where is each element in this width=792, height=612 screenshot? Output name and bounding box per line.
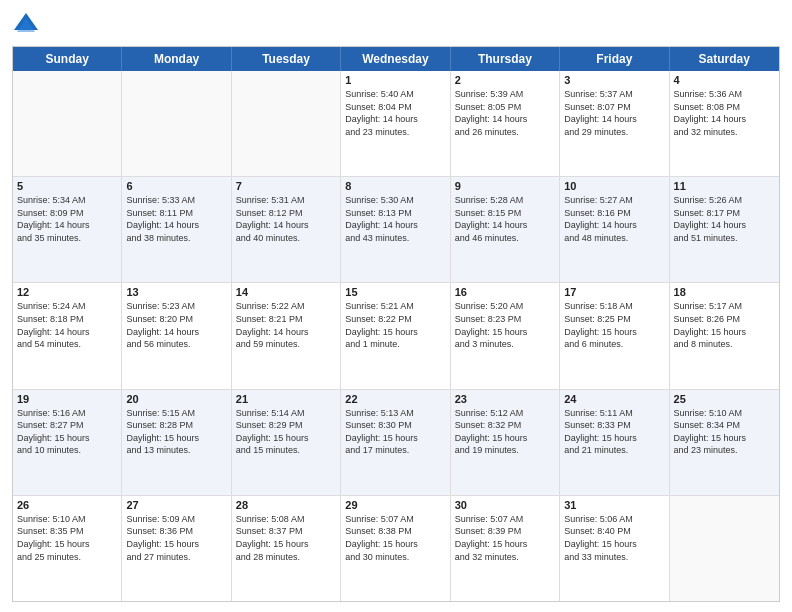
calendar-header-tuesday: Tuesday — [232, 47, 341, 71]
calendar-day-9: 9Sunrise: 5:28 AM Sunset: 8:15 PM Daylig… — [451, 177, 560, 282]
day-number: 28 — [236, 499, 336, 511]
day-number: 20 — [126, 393, 226, 405]
day-number: 25 — [674, 393, 775, 405]
calendar-day-28: 28Sunrise: 5:08 AM Sunset: 8:37 PM Dayli… — [232, 496, 341, 601]
day-number: 15 — [345, 286, 445, 298]
logo — [12, 10, 44, 38]
calendar-day-24: 24Sunrise: 5:11 AM Sunset: 8:33 PM Dayli… — [560, 390, 669, 495]
day-number: 3 — [564, 74, 664, 86]
calendar-body: 1Sunrise: 5:40 AM Sunset: 8:04 PM Daylig… — [13, 71, 779, 601]
day-info: Sunrise: 5:21 AM Sunset: 8:22 PM Dayligh… — [345, 300, 445, 350]
calendar-day-31: 31Sunrise: 5:06 AM Sunset: 8:40 PM Dayli… — [560, 496, 669, 601]
header — [12, 10, 780, 38]
day-info: Sunrise: 5:30 AM Sunset: 8:13 PM Dayligh… — [345, 194, 445, 244]
calendar-day-22: 22Sunrise: 5:13 AM Sunset: 8:30 PM Dayli… — [341, 390, 450, 495]
calendar-week-3: 12Sunrise: 5:24 AM Sunset: 8:18 PM Dayli… — [13, 283, 779, 389]
day-number: 24 — [564, 393, 664, 405]
day-number: 13 — [126, 286, 226, 298]
day-info: Sunrise: 5:11 AM Sunset: 8:33 PM Dayligh… — [564, 407, 664, 457]
day-info: Sunrise: 5:08 AM Sunset: 8:37 PM Dayligh… — [236, 513, 336, 563]
day-number: 1 — [345, 74, 445, 86]
calendar: SundayMondayTuesdayWednesdayThursdayFrid… — [12, 46, 780, 602]
calendar-header-row: SundayMondayTuesdayWednesdayThursdayFrid… — [13, 47, 779, 71]
calendar-day-2: 2Sunrise: 5:39 AM Sunset: 8:05 PM Daylig… — [451, 71, 560, 176]
day-info: Sunrise: 5:14 AM Sunset: 8:29 PM Dayligh… — [236, 407, 336, 457]
day-number: 18 — [674, 286, 775, 298]
calendar-day-3: 3Sunrise: 5:37 AM Sunset: 8:07 PM Daylig… — [560, 71, 669, 176]
day-info: Sunrise: 5:17 AM Sunset: 8:26 PM Dayligh… — [674, 300, 775, 350]
day-number: 7 — [236, 180, 336, 192]
day-info: Sunrise: 5:26 AM Sunset: 8:17 PM Dayligh… — [674, 194, 775, 244]
page: SundayMondayTuesdayWednesdayThursdayFrid… — [0, 0, 792, 612]
day-info: Sunrise: 5:28 AM Sunset: 8:15 PM Dayligh… — [455, 194, 555, 244]
day-info: Sunrise: 5:40 AM Sunset: 8:04 PM Dayligh… — [345, 88, 445, 138]
day-info: Sunrise: 5:07 AM Sunset: 8:38 PM Dayligh… — [345, 513, 445, 563]
calendar-day-18: 18Sunrise: 5:17 AM Sunset: 8:26 PM Dayli… — [670, 283, 779, 388]
day-info: Sunrise: 5:39 AM Sunset: 8:05 PM Dayligh… — [455, 88, 555, 138]
calendar-header-wednesday: Wednesday — [341, 47, 450, 71]
day-number: 2 — [455, 74, 555, 86]
calendar-day-23: 23Sunrise: 5:12 AM Sunset: 8:32 PM Dayli… — [451, 390, 560, 495]
calendar-day-20: 20Sunrise: 5:15 AM Sunset: 8:28 PM Dayli… — [122, 390, 231, 495]
day-info: Sunrise: 5:36 AM Sunset: 8:08 PM Dayligh… — [674, 88, 775, 138]
day-number: 5 — [17, 180, 117, 192]
calendar-week-4: 19Sunrise: 5:16 AM Sunset: 8:27 PM Dayli… — [13, 390, 779, 496]
day-info: Sunrise: 5:12 AM Sunset: 8:32 PM Dayligh… — [455, 407, 555, 457]
day-number: 9 — [455, 180, 555, 192]
day-number: 14 — [236, 286, 336, 298]
calendar-empty-cell — [122, 71, 231, 176]
calendar-day-25: 25Sunrise: 5:10 AM Sunset: 8:34 PM Dayli… — [670, 390, 779, 495]
calendar-week-1: 1Sunrise: 5:40 AM Sunset: 8:04 PM Daylig… — [13, 71, 779, 177]
day-info: Sunrise: 5:23 AM Sunset: 8:20 PM Dayligh… — [126, 300, 226, 350]
day-number: 11 — [674, 180, 775, 192]
calendar-day-27: 27Sunrise: 5:09 AM Sunset: 8:36 PM Dayli… — [122, 496, 231, 601]
calendar-day-1: 1Sunrise: 5:40 AM Sunset: 8:04 PM Daylig… — [341, 71, 450, 176]
day-info: Sunrise: 5:10 AM Sunset: 8:35 PM Dayligh… — [17, 513, 117, 563]
calendar-day-14: 14Sunrise: 5:22 AM Sunset: 8:21 PM Dayli… — [232, 283, 341, 388]
calendar-day-15: 15Sunrise: 5:21 AM Sunset: 8:22 PM Dayli… — [341, 283, 450, 388]
calendar-day-4: 4Sunrise: 5:36 AM Sunset: 8:08 PM Daylig… — [670, 71, 779, 176]
calendar-day-5: 5Sunrise: 5:34 AM Sunset: 8:09 PM Daylig… — [13, 177, 122, 282]
calendar-header-friday: Friday — [560, 47, 669, 71]
calendar-header-thursday: Thursday — [451, 47, 560, 71]
day-info: Sunrise: 5:13 AM Sunset: 8:30 PM Dayligh… — [345, 407, 445, 457]
day-number: 10 — [564, 180, 664, 192]
calendar-header-sunday: Sunday — [13, 47, 122, 71]
day-number: 22 — [345, 393, 445, 405]
calendar-day-11: 11Sunrise: 5:26 AM Sunset: 8:17 PM Dayli… — [670, 177, 779, 282]
day-number: 4 — [674, 74, 775, 86]
day-info: Sunrise: 5:07 AM Sunset: 8:39 PM Dayligh… — [455, 513, 555, 563]
calendar-day-8: 8Sunrise: 5:30 AM Sunset: 8:13 PM Daylig… — [341, 177, 450, 282]
calendar-empty-cell — [670, 496, 779, 601]
calendar-day-26: 26Sunrise: 5:10 AM Sunset: 8:35 PM Dayli… — [13, 496, 122, 601]
day-number: 27 — [126, 499, 226, 511]
day-number: 23 — [455, 393, 555, 405]
day-number: 29 — [345, 499, 445, 511]
calendar-day-10: 10Sunrise: 5:27 AM Sunset: 8:16 PM Dayli… — [560, 177, 669, 282]
calendar-day-13: 13Sunrise: 5:23 AM Sunset: 8:20 PM Dayli… — [122, 283, 231, 388]
calendar-header-monday: Monday — [122, 47, 231, 71]
calendar-day-7: 7Sunrise: 5:31 AM Sunset: 8:12 PM Daylig… — [232, 177, 341, 282]
day-info: Sunrise: 5:10 AM Sunset: 8:34 PM Dayligh… — [674, 407, 775, 457]
calendar-empty-cell — [13, 71, 122, 176]
calendar-day-12: 12Sunrise: 5:24 AM Sunset: 8:18 PM Dayli… — [13, 283, 122, 388]
day-info: Sunrise: 5:09 AM Sunset: 8:36 PM Dayligh… — [126, 513, 226, 563]
day-number: 17 — [564, 286, 664, 298]
day-number: 16 — [455, 286, 555, 298]
day-number: 19 — [17, 393, 117, 405]
logo-icon — [12, 10, 40, 38]
day-info: Sunrise: 5:20 AM Sunset: 8:23 PM Dayligh… — [455, 300, 555, 350]
day-info: Sunrise: 5:24 AM Sunset: 8:18 PM Dayligh… — [17, 300, 117, 350]
day-info: Sunrise: 5:16 AM Sunset: 8:27 PM Dayligh… — [17, 407, 117, 457]
calendar-day-17: 17Sunrise: 5:18 AM Sunset: 8:25 PM Dayli… — [560, 283, 669, 388]
day-number: 26 — [17, 499, 117, 511]
calendar-day-19: 19Sunrise: 5:16 AM Sunset: 8:27 PM Dayli… — [13, 390, 122, 495]
day-number: 8 — [345, 180, 445, 192]
calendar-day-6: 6Sunrise: 5:33 AM Sunset: 8:11 PM Daylig… — [122, 177, 231, 282]
calendar-week-5: 26Sunrise: 5:10 AM Sunset: 8:35 PM Dayli… — [13, 496, 779, 601]
calendar-day-29: 29Sunrise: 5:07 AM Sunset: 8:38 PM Dayli… — [341, 496, 450, 601]
day-info: Sunrise: 5:06 AM Sunset: 8:40 PM Dayligh… — [564, 513, 664, 563]
day-info: Sunrise: 5:15 AM Sunset: 8:28 PM Dayligh… — [126, 407, 226, 457]
day-info: Sunrise: 5:37 AM Sunset: 8:07 PM Dayligh… — [564, 88, 664, 138]
day-info: Sunrise: 5:27 AM Sunset: 8:16 PM Dayligh… — [564, 194, 664, 244]
